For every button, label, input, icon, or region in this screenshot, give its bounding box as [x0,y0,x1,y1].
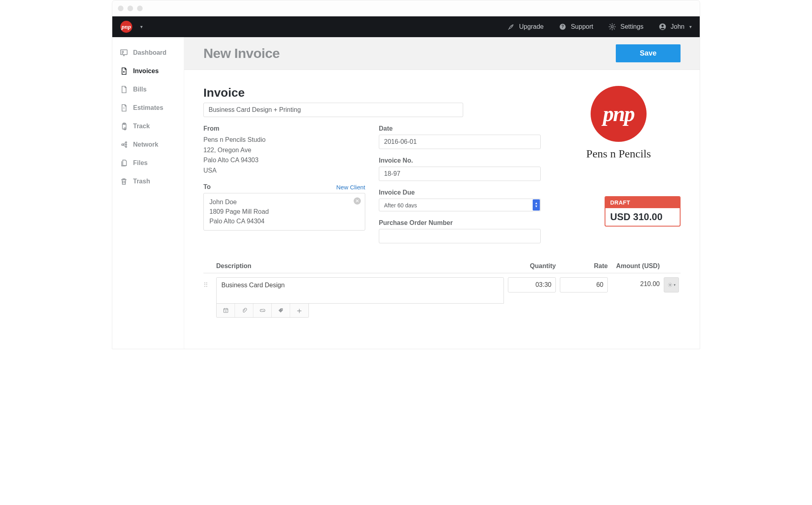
topbar: pnp ▾ Upgrade ? Support Settings [112,16,700,37]
tag-icon[interactable] [272,304,290,317]
invoice-no-input[interactable] [379,167,541,181]
files-icon [119,159,128,167]
rocket-icon [507,23,515,31]
brand-logo-icon: pnp [591,86,647,142]
total-amount: USD 310.00 [605,208,680,226]
svg-point-2 [611,26,613,28]
sidebar-item-label: Files [133,159,147,167]
po-label: Purchase Order Number [379,219,541,227]
due-label: Invoice Due [379,189,541,196]
col-amount: Amount (USD) [612,262,660,270]
user-avatar-icon [659,23,667,31]
gear-icon [608,23,616,31]
help-icon: ? [559,23,567,31]
sidebar-item-label: Bills [133,86,147,93]
col-rate: Rate [560,262,608,270]
support-link[interactable]: ? Support [559,23,593,31]
settings-label: Settings [620,23,643,30]
upgrade-link[interactable]: Upgrade [507,23,543,31]
svg-point-4 [662,25,664,27]
date-input[interactable] [379,135,541,149]
main-panel: New Invoice Save Invoice From [184,37,700,349]
save-button[interactable]: Save [616,44,681,62]
brand-name: Pens n Pencils [557,147,681,160]
page-header: New Invoice Save [184,37,700,70]
svg-point-11 [125,144,127,145]
sidebar-item-files[interactable]: Files [117,154,179,172]
invoice-no-label: Invoice No. [379,157,541,164]
po-input[interactable] [379,229,541,243]
line-item-toolbar: 31 ＋ [216,304,309,318]
line-description-input[interactable]: Business Card Design [216,277,504,304]
trash-icon [119,177,128,186]
sidebar-item-label: Trash [133,178,150,185]
app-window: pnp ▾ Upgrade ? Support Settings [112,0,700,349]
sidebar-item-bills[interactable]: Bills [117,80,179,99]
window-zoom-dot[interactable] [137,6,143,11]
attachment-icon[interactable] [235,304,253,317]
invoice-title-heading: Invoice [203,86,541,99]
svg-point-12 [125,146,127,147]
sidebar-item-track[interactable]: Track [117,117,179,135]
settings-link[interactable]: Settings [608,23,643,31]
calendar-icon[interactable]: 31 [217,304,235,317]
svg-point-15 [281,309,282,310]
client-box[interactable]: ✕ John Doe 1809 Page Mill Road Palo Alto… [203,193,365,231]
estimate-icon [119,103,128,112]
line-item-row: ⠿ Business Card Design 31 [203,277,681,318]
sidebar-item-estimates[interactable]: Estimates [117,99,179,117]
bill-icon [119,85,128,94]
to-label: To [203,183,211,191]
window-minimize-dot[interactable] [127,6,133,11]
svg-text:?: ? [561,24,564,29]
clear-client-icon[interactable]: ✕ [354,197,361,205]
total-card: DRAFT USD 310.00 [605,196,681,227]
track-icon [119,122,128,131]
window-close-dot[interactable] [118,6,123,11]
invoice-title-input[interactable] [203,103,463,117]
from-label: From [203,125,365,132]
drag-handle-icon[interactable]: ⠿ [203,277,212,289]
user-name: John [671,23,685,30]
brand-block: pnp Pens n Pencils [557,86,681,160]
workspace-switcher[interactable]: pnp ▾ [120,21,143,33]
sidebar: Dashboard Invoices Bills [112,37,184,349]
line-amount: 210.00 [612,277,660,288]
dashboard-icon [119,48,128,57]
chevron-down-icon: ▾ [689,24,692,30]
chevron-down-icon: ▾ [140,24,143,30]
brand-badge-icon: pnp [120,21,132,33]
sidebar-item-label: Invoices [133,68,159,75]
link-icon[interactable] [253,304,272,317]
add-icon[interactable]: ＋ [290,304,308,317]
line-quantity-input[interactable] [508,277,556,292]
new-client-link[interactable]: New Client [336,184,365,191]
upgrade-label: Upgrade [519,23,543,30]
sidebar-item-label: Network [133,141,158,148]
svg-point-10 [125,142,127,143]
from-address: Pens n Pencils Studio 122, Oregon Ave Pa… [203,135,365,175]
svg-text:31: 31 [225,310,227,312]
status-badge: DRAFT [605,197,680,208]
line-items-section: Description Quantity Rate Amount (USD) ⠿… [203,262,681,318]
support-label: Support [571,23,593,30]
sidebar-item-network[interactable]: Network [117,135,179,154]
page-title: New Invoice [203,46,280,61]
sidebar-item-label: Estimates [133,104,163,111]
sidebar-item-label: Track [133,123,150,130]
sidebar-item-invoices[interactable]: Invoices [117,62,179,80]
col-description: Description [216,262,504,270]
sidebar-item-dashboard[interactable]: Dashboard [117,44,179,62]
due-select[interactable]: After 60 days [379,199,541,211]
sidebar-item-trash[interactable]: Trash [117,172,179,191]
line-gear-button[interactable]: ▾ [664,277,679,292]
invoice-icon [119,67,128,76]
sidebar-item-label: Dashboard [133,49,167,56]
svg-point-16 [669,284,671,286]
line-rate-input[interactable] [560,277,608,292]
col-quantity: Quantity [508,262,556,270]
user-menu[interactable]: John ▾ [659,23,692,31]
network-icon [119,140,128,149]
window-titlebar [112,0,700,16]
date-label: Date [379,125,541,132]
